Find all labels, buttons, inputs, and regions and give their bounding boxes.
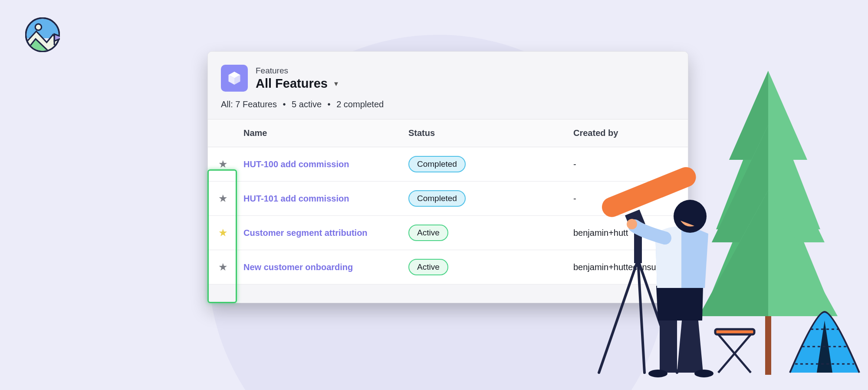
favorite-star-toggle[interactable]: ★ [208,253,238,281]
feature-name-link[interactable]: HUT-101 add commission [238,185,403,212]
table-row: ★New customer onboardingActivebenjamin+h… [208,250,688,284]
status-cell: Active [403,216,568,250]
title-dropdown[interactable]: All Features ▼ [256,76,339,91]
features-table: Name Status Created by ★HUT-100 add comm… [208,119,688,284]
col-header-status[interactable]: Status [403,119,568,147]
table-header: Name Status Created by [208,119,688,147]
svg-line-17 [718,334,751,373]
feature-name-link[interactable]: New customer onboarding [238,254,403,281]
star-icon: ★ [218,262,228,272]
svg-point-3 [35,24,41,30]
favorite-star-toggle[interactable]: ★ [208,150,238,178]
app-logo [25,17,60,52]
col-header-name[interactable]: Name [238,119,403,147]
created-by-cell: - [568,185,688,212]
table-row: ★HUT-100 add commissionCompleted- [208,147,688,182]
svg-marker-9 [712,125,768,242]
star-icon: ★ [218,228,228,238]
svg-point-27 [694,370,713,377]
breadcrumb: Features [256,66,339,76]
status-badge: Completed [408,156,466,172]
svg-marker-6 [729,71,807,160]
status-badge: Completed [408,190,466,207]
star-icon: ★ [218,159,228,169]
stats-active: 5 active [292,99,322,109]
stats-all: All: 7 Features [221,99,277,109]
col-header-created-by[interactable]: Created by [568,119,688,147]
chevron-down-icon: ▼ [333,80,339,87]
status-cell: Completed [403,147,568,181]
svg-marker-7 [729,71,768,160]
status-cell: Completed [403,182,568,215]
page-title: All Features [256,76,328,91]
created-by-cell: - [568,151,688,178]
svg-marker-10 [699,190,838,316]
status-cell: Active [403,250,568,284]
status-badge: Active [408,225,448,241]
svg-rect-15 [715,329,754,334]
created-by-cell: benjamin+hutt [568,219,688,247]
svg-rect-5 [765,231,771,375]
panel-header: Features All Features ▼ All: 7 Features … [208,52,688,119]
svg-line-16 [718,334,751,373]
features-cube-icon [221,65,248,92]
favorite-star-toggle[interactable]: ★ [208,185,238,212]
features-panel: Features All Features ▼ All: 7 Features … [207,51,688,303]
star-icon: ★ [218,193,228,204]
feature-name-link[interactable]: HUT-100 add commission [238,151,403,178]
stats-completed: 2 completed [336,99,384,109]
status-badge: Active [408,259,448,275]
favorite-star-toggle[interactable]: ★ [208,219,238,247]
table-row: ★Customer segment attributionActivebenja… [208,216,688,250]
svg-marker-8 [712,125,825,242]
svg-marker-11 [699,190,768,316]
svg-point-26 [648,370,667,377]
feature-name-link[interactable]: Customer segment attribution [238,219,403,247]
created-by-cell: benjamin+hutteconsu [568,254,688,281]
table-row: ★HUT-101 add commissionCompleted- [208,182,688,216]
stats-bar: All: 7 Features • 5 active • 2 completed [221,99,675,109]
